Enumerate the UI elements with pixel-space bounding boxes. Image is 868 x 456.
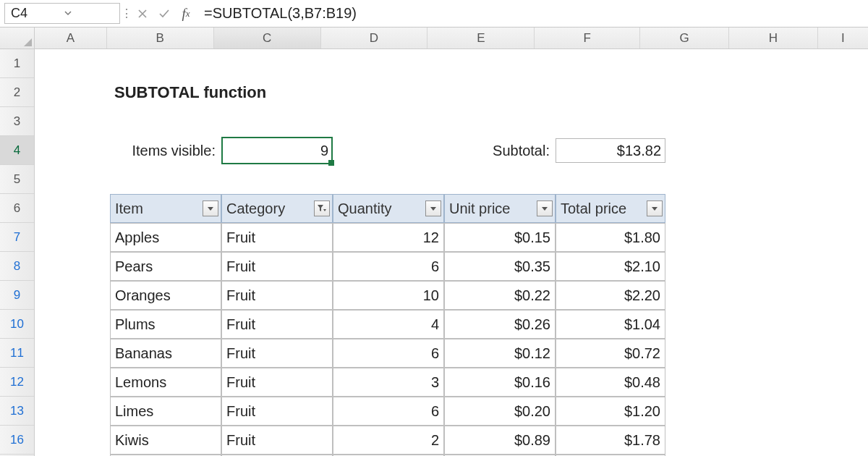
cell-category[interactable]: Fruit xyxy=(221,339,333,368)
table-header-category[interactable]: Category xyxy=(221,194,333,223)
cell-item[interactable]: Bananas xyxy=(110,339,221,368)
table-row: PlumsFruit4$0.26$1.04 xyxy=(35,310,868,339)
filter-dropdown-icon[interactable] xyxy=(537,200,553,216)
col-header-A[interactable]: A xyxy=(35,28,107,48)
table-header-item[interactable]: Item xyxy=(110,194,221,223)
row-header-6[interactable]: 6 xyxy=(0,194,34,223)
cell-unit-price[interactable]: $0.16 xyxy=(444,368,556,397)
subtotal-label: Subtotal: xyxy=(444,136,556,165)
table-row: LemonsFruit3$0.16$0.48 xyxy=(35,368,868,397)
row-header-7[interactable]: 7 xyxy=(0,223,34,252)
table-row: KiwisFruit2$0.89$1.78 xyxy=(35,426,868,455)
cell-quantity[interactable]: 6 xyxy=(333,397,444,426)
cell-category[interactable]: Fruit xyxy=(221,252,333,281)
chevron-down-icon[interactable] xyxy=(64,8,116,20)
cell-total-price[interactable]: $2.20 xyxy=(556,281,665,310)
cell-category[interactable]: Fruit xyxy=(221,223,333,252)
cell-item[interactable]: Oranges xyxy=(110,281,221,310)
cell-quantity[interactable]: 6 xyxy=(333,252,444,281)
table-row: BananasFruit6$0.12$0.72 xyxy=(35,339,868,368)
page-title: SUBTOTAL function xyxy=(110,78,221,107)
col-header-C[interactable]: C xyxy=(214,28,321,48)
formula-text: =SUBTOTAL(3,B7:B19) xyxy=(204,5,357,22)
row-header-16[interactable]: 16 xyxy=(0,426,34,455)
row-header-3[interactable]: 3 xyxy=(0,107,34,136)
cell-unit-price[interactable]: $0.20 xyxy=(444,397,556,426)
table-row: OrangesFruit10$0.22$2.20 xyxy=(35,281,868,310)
insert-function-button[interactable]: fx xyxy=(175,0,197,27)
active-filter-icon[interactable] xyxy=(314,200,330,216)
cells-area[interactable]: SUBTOTAL function Items visible: 9 Subto… xyxy=(35,49,868,456)
cancel-formula-button[interactable] xyxy=(132,0,153,27)
row-header-2[interactable]: 2 xyxy=(0,78,34,107)
name-box[interactable]: C4 xyxy=(4,3,120,24)
row-header-4[interactable]: 4 xyxy=(0,136,34,165)
col-header-B[interactable]: B xyxy=(107,28,214,48)
name-box-value: C4 xyxy=(11,6,64,21)
table-row: PearsFruit6$0.35$2.10 xyxy=(35,252,868,281)
cell-category[interactable]: Fruit xyxy=(221,368,333,397)
cell-unit-price[interactable]: $0.89 xyxy=(444,426,556,455)
cell-item[interactable]: Limes xyxy=(110,397,221,426)
row-header-13[interactable]: 13 xyxy=(0,397,34,426)
filter-dropdown-icon[interactable] xyxy=(647,200,663,216)
table-header-total-price[interactable]: Total price xyxy=(556,194,665,223)
row-header-12[interactable]: 12 xyxy=(0,368,34,397)
filter-dropdown-icon[interactable] xyxy=(203,200,218,216)
cell-unit-price[interactable]: $0.15 xyxy=(444,223,556,252)
cell-category[interactable]: Fruit xyxy=(221,281,333,310)
cell-total-price[interactable]: $1.20 xyxy=(556,397,665,426)
cell-unit-price[interactable]: $0.26 xyxy=(444,310,556,339)
select-all-corner[interactable] xyxy=(0,28,35,49)
row-header-9[interactable]: 9 xyxy=(0,281,34,310)
items-visible-value: 9 xyxy=(221,136,333,165)
col-header-F[interactable]: F xyxy=(535,28,640,48)
row-header-5[interactable]: 5 xyxy=(0,165,34,194)
separator-icon: ⋮ xyxy=(122,0,132,27)
cell-item[interactable]: Lemons xyxy=(110,368,221,397)
cell-category[interactable]: Fruit xyxy=(221,426,333,455)
col-header-H[interactable]: H xyxy=(729,28,818,48)
table-header-quantity[interactable]: Quantity xyxy=(333,194,444,223)
cell-item[interactable]: Pears xyxy=(110,252,221,281)
formula-input[interactable]: =SUBTOTAL(3,B7:B19) xyxy=(197,0,868,27)
cell-quantity[interactable]: 6 xyxy=(333,339,444,368)
cell-unit-price[interactable]: $0.22 xyxy=(444,281,556,310)
column-headers: A B C D E F G H I xyxy=(35,28,868,49)
row-headers: 1 2 3 4 5 6 7 8 9 10 11 12 13 16 17 xyxy=(0,49,35,456)
cell-total-price[interactable]: $2.10 xyxy=(556,252,665,281)
cell-total-price[interactable]: $0.48 xyxy=(556,368,665,397)
table-row: ApplesFruit12$0.15$1.80 xyxy=(35,223,868,252)
cell-total-price[interactable]: $0.72 xyxy=(556,339,665,368)
col-header-G[interactable]: G xyxy=(640,28,729,48)
col-header-I[interactable]: I xyxy=(818,28,868,48)
cell-quantity[interactable]: 10 xyxy=(333,281,444,310)
cell-quantity[interactable]: 4 xyxy=(333,310,444,339)
cell-item[interactable]: Apples xyxy=(110,223,221,252)
table-header-unit-price[interactable]: Unit price xyxy=(444,194,556,223)
col-header-D[interactable]: D xyxy=(321,28,428,48)
cell-quantity[interactable]: 12 xyxy=(333,223,444,252)
row-header-10[interactable]: 10 xyxy=(0,310,34,339)
cell-category[interactable]: Fruit xyxy=(221,310,333,339)
cell-unit-price[interactable]: $0.35 xyxy=(444,252,556,281)
formula-bar: C4 ⋮ fx =SUBTOTAL(3,B7:B19) xyxy=(0,0,868,28)
accept-formula-button[interactable] xyxy=(153,0,175,27)
cell-total-price[interactable]: $1.78 xyxy=(556,426,665,455)
subtotal-value: $13.82 xyxy=(556,136,665,165)
cell-quantity[interactable]: 2 xyxy=(333,426,444,455)
cell-category[interactable]: Fruit xyxy=(221,397,333,426)
row-header-11[interactable]: 11 xyxy=(0,339,34,368)
filter-dropdown-icon[interactable] xyxy=(425,200,441,216)
cell-total-price[interactable]: $1.80 xyxy=(556,223,665,252)
items-visible-label: Items visible: xyxy=(110,136,221,165)
cell-item[interactable]: Kiwis xyxy=(110,426,221,455)
cell-unit-price[interactable]: $0.12 xyxy=(444,339,556,368)
row-header-1[interactable]: 1 xyxy=(0,49,34,78)
row-header-8[interactable]: 8 xyxy=(0,252,34,281)
cell-total-price[interactable]: $1.04 xyxy=(556,310,665,339)
spreadsheet-grid: A B C D E F G H I 1 2 3 4 5 6 7 8 9 10 1… xyxy=(0,28,868,456)
col-header-E[interactable]: E xyxy=(427,28,535,48)
cell-item[interactable]: Plums xyxy=(110,310,221,339)
cell-quantity[interactable]: 3 xyxy=(333,368,444,397)
